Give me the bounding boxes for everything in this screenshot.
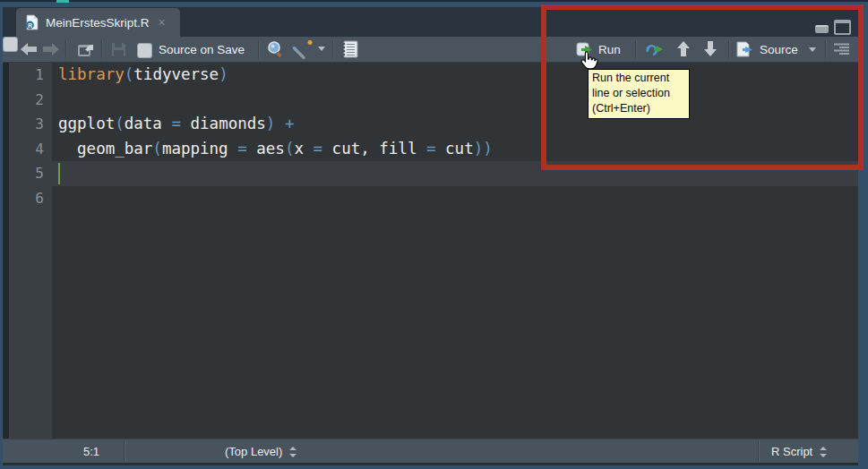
scope-selector[interactable]: (Top Level) bbox=[225, 445, 296, 458]
cursor-position: 5:1 bbox=[83, 445, 99, 458]
forward-arrow-icon[interactable] bbox=[41, 41, 61, 57]
text-cursor bbox=[58, 163, 60, 184]
tab-title: MeinErstesSkript.R bbox=[46, 16, 150, 30]
editor-margin-strip bbox=[3, 63, 9, 439]
source-on-save-label: Source on Save bbox=[159, 43, 245, 56]
r-file-icon: R bbox=[25, 14, 39, 30]
run-button-tooltip: Run the current line or selection (Ctrl+… bbox=[588, 69, 690, 119]
file-type-spinner-icon bbox=[819, 447, 827, 457]
code-line[interactable] bbox=[52, 186, 858, 211]
compile-notebook-icon[interactable] bbox=[341, 40, 360, 58]
hand-pointer-cursor-icon bbox=[579, 50, 599, 73]
top-teal-fragment bbox=[56, 0, 69, 3]
source-on-save-checkbox[interactable] bbox=[137, 43, 152, 58]
tab-close-icon[interactable]: × bbox=[159, 16, 166, 29]
open-in-new-window-icon[interactable] bbox=[76, 41, 96, 58]
toolbar-separator bbox=[101, 41, 102, 58]
save-icon[interactable] bbox=[110, 41, 127, 58]
status-separator bbox=[758, 439, 759, 463]
editor-status-bar: 5:1 (Top Level) R Script bbox=[3, 439, 858, 463]
search-icon[interactable] bbox=[266, 40, 286, 59]
svg-text:R: R bbox=[28, 22, 32, 29]
toolbar-separator bbox=[258, 41, 259, 58]
file-type-selector[interactable]: R Script bbox=[771, 445, 827, 458]
line-number: 1 bbox=[9, 63, 52, 88]
scope-spinner-icon bbox=[288, 447, 296, 457]
line-number: 5 bbox=[9, 161, 52, 186]
toolbar-separator bbox=[332, 41, 333, 58]
wand-dropdown-caret-icon[interactable] bbox=[318, 47, 325, 51]
rstudio-source-pane: R MeinErstesSkript.R × Source on Save bbox=[0, 0, 868, 469]
tab-mein-erstes-skript[interactable]: R MeinErstesSkript.R × bbox=[16, 8, 180, 37]
bottom-frame-line bbox=[3, 463, 858, 465]
line-number: 2 bbox=[9, 88, 52, 113]
line-number: 6 bbox=[9, 186, 52, 211]
line-number-gutter: 123456 bbox=[9, 63, 52, 439]
status-separator bbox=[124, 439, 125, 463]
back-arrow-icon[interactable] bbox=[19, 41, 39, 57]
top-frame-line bbox=[0, 0, 868, 2]
magic-wand-icon[interactable] bbox=[292, 39, 317, 60]
line-number: 4 bbox=[9, 137, 52, 162]
line-number: 3 bbox=[9, 112, 52, 137]
toolbar-separator bbox=[65, 41, 66, 58]
